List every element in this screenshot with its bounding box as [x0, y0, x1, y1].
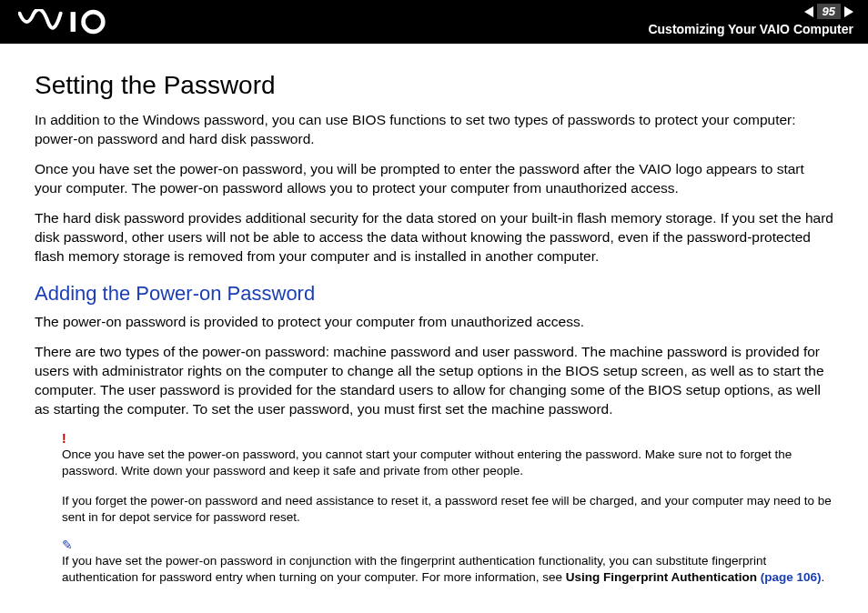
- sub-paragraph-1: The power-on password is provided to pro…: [35, 313, 833, 332]
- vaio-logo: [18, 9, 146, 35]
- page-number-badge: 95: [817, 4, 841, 19]
- pencil-icon: ✎: [62, 538, 833, 551]
- page-title: Setting the Password: [35, 71, 833, 100]
- info-note: If you have set the power-on password in…: [62, 553, 833, 586]
- fingerprint-auth-link[interactable]: (page 106): [761, 570, 822, 584]
- warning-note-block: ! Once you have set the power-on passwor…: [62, 432, 833, 586]
- intro-paragraph-3: The hard disk password provides addition…: [35, 209, 833, 266]
- subheading: Adding the Power-on Password: [35, 282, 833, 306]
- info-note-bold: Using Fingerprint Authentication: [566, 570, 761, 584]
- intro-paragraph-1: In addition to the Windows password, you…: [35, 111, 833, 149]
- warning-note-1: Once you have set the power-on password,…: [62, 447, 833, 479]
- breadcrumb: Customizing Your VAIO Computer: [648, 22, 853, 36]
- warning-icon: !: [62, 432, 833, 445]
- warning-note-2: If you forget the power-on password and …: [62, 493, 833, 526]
- page-nav: 95: [804, 4, 853, 19]
- intro-paragraph-2: Once you have set the power-on password,…: [35, 160, 833, 198]
- prev-page-arrow[interactable]: [804, 6, 813, 17]
- info-note-suffix: .: [822, 570, 825, 584]
- sub-paragraph-2: There are two types of the power-on pass…: [35, 343, 833, 419]
- next-page-arrow[interactable]: [844, 6, 853, 17]
- svg-rect-0: [71, 12, 76, 32]
- svg-point-1: [84, 12, 104, 32]
- content-area: Setting the Password In addition to the …: [0, 44, 868, 613]
- header-bar: 95 Customizing Your VAIO Computer: [0, 0, 868, 44]
